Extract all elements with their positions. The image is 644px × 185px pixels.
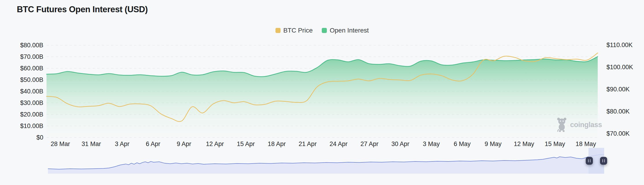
- navigator-canvas[interactable]: [0, 0, 644, 185]
- navigator-area: [48, 154, 604, 174]
- navigator-right-handle[interactable]: [600, 157, 607, 165]
- navigator-left-handle[interactable]: [586, 157, 593, 165]
